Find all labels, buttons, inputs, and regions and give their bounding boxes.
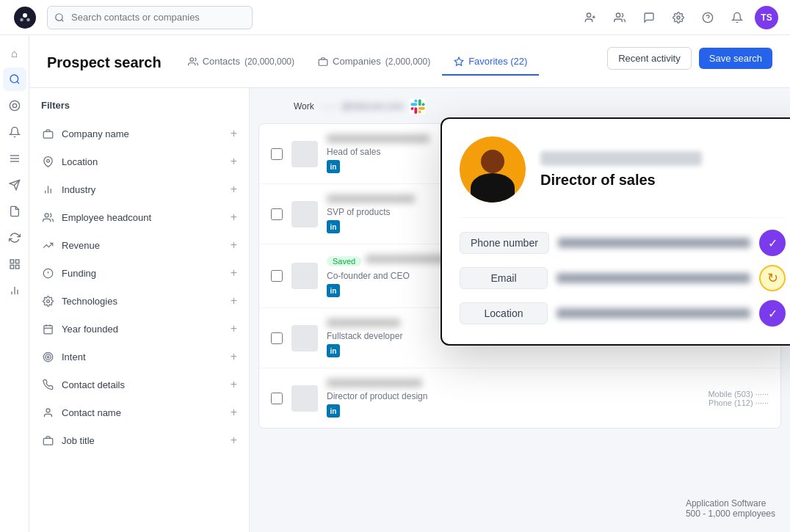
linkedin-icon[interactable]: in bbox=[327, 284, 340, 297]
filter-contact-details[interactable]: Contact details + bbox=[29, 371, 249, 398]
popup-name-blurred bbox=[540, 151, 702, 166]
employees-info: 500 - 1,000 employees bbox=[686, 509, 775, 519]
svg-point-1 bbox=[20, 18, 23, 21]
sidebar-icon-barchart[interactable] bbox=[3, 279, 26, 302]
company-info-bar: Application Software 500 - 1,000 employe… bbox=[686, 498, 775, 519]
linkedin-icon[interactable]: in bbox=[327, 220, 340, 233]
linkedin-icon[interactable]: in bbox=[327, 344, 340, 357]
filter-year-founded[interactable]: Year founded + bbox=[29, 315, 249, 343]
svg-rect-21 bbox=[15, 265, 19, 269]
filter-funding[interactable]: Funding + bbox=[29, 259, 249, 287]
sidebar-icon-bell[interactable] bbox=[3, 120, 26, 144]
avatar bbox=[291, 263, 318, 289]
svg-point-45 bbox=[46, 408, 50, 412]
filter-add-icon: + bbox=[231, 406, 237, 419]
save-search-button[interactable]: Save search bbox=[699, 48, 772, 69]
filter-industry[interactable]: Industry + bbox=[29, 175, 249, 203]
filter-contact-name[interactable]: Contact name + bbox=[29, 398, 249, 426]
filter-add-icon: + bbox=[231, 155, 237, 168]
filter-location[interactable]: Location + bbox=[29, 147, 249, 175]
filter-intent[interactable]: Intent + bbox=[29, 343, 249, 371]
location-label: Location bbox=[460, 302, 548, 324]
popup-field-location: Location ✓ bbox=[460, 300, 786, 327]
filter-technologies[interactable]: Technologies + bbox=[29, 287, 249, 315]
headcount-icon bbox=[41, 212, 54, 223]
sidebar-icon-send[interactable] bbox=[3, 173, 26, 197]
filter-add-icon: + bbox=[231, 211, 237, 224]
svg-rect-28 bbox=[43, 131, 53, 138]
sidebar-icon-contacts[interactable] bbox=[3, 94, 26, 117]
slack-icon bbox=[410, 98, 426, 114]
settings-btn[interactable] bbox=[667, 6, 690, 29]
svg-rect-18 bbox=[10, 260, 14, 263]
tab-companies[interactable]: Companies (2,000,000) bbox=[306, 50, 442, 76]
building-icon bbox=[41, 128, 54, 139]
filter-company-name[interactable]: Company name + bbox=[29, 120, 249, 147]
filter-employee-headcount[interactable]: Employee headcount + bbox=[29, 203, 249, 231]
result-info: Director of product design in bbox=[327, 379, 699, 418]
filter-add-icon: + bbox=[231, 294, 237, 307]
filter-add-icon: + bbox=[231, 127, 237, 140]
tab-contacts[interactable]: Contacts (20,000,000) bbox=[176, 50, 306, 76]
users-btn[interactable] bbox=[608, 6, 631, 29]
email-blur: ········ @intercom.com bbox=[320, 101, 404, 112]
popup-fields: Phone number ✓ Email ↻ Location bbox=[460, 230, 786, 327]
company-meta: Mobile (503) ······ Phone (112) ······ bbox=[708, 390, 769, 407]
sidebar-icon-home[interactable]: ⌂ bbox=[3, 41, 26, 65]
svg-marker-27 bbox=[454, 57, 463, 65]
popup-overlay: Director of sales Phone number ✓ bbox=[396, 88, 790, 532]
filter-add-icon: + bbox=[231, 350, 237, 363]
popup-avatar bbox=[460, 136, 526, 203]
contact-title: Director of product design bbox=[327, 391, 699, 401]
sidebar-icon-page[interactable] bbox=[3, 200, 26, 223]
add-contact-btn[interactable] bbox=[579, 6, 602, 29]
linkedin-icon[interactable]: in bbox=[327, 404, 340, 418]
industry-icon bbox=[41, 184, 54, 195]
work-label: Work bbox=[294, 101, 314, 112]
avatar bbox=[291, 325, 318, 351]
notifications-btn[interactable] bbox=[725, 6, 749, 29]
page-title: Prospect search bbox=[47, 54, 162, 71]
popup-profile: Director of sales bbox=[460, 136, 786, 203]
sidebar-icon-grid[interactable] bbox=[3, 252, 26, 276]
email-label: Email bbox=[460, 267, 548, 289]
user-avatar[interactable]: TS bbox=[755, 6, 778, 29]
filter-add-icon: + bbox=[231, 378, 237, 391]
svg-point-37 bbox=[46, 299, 49, 302]
funding-icon bbox=[41, 268, 54, 279]
results-panel: Work ········ @intercom.com bbox=[250, 88, 790, 532]
row-checkbox[interactable] bbox=[271, 393, 283, 404]
filter-revenue[interactable]: Revenue + bbox=[29, 231, 249, 259]
table-row[interactable]: Director of product design in Mobile (50… bbox=[259, 368, 780, 428]
revenue-icon bbox=[41, 240, 54, 251]
sidebar-icon-list[interactable] bbox=[3, 147, 26, 170]
contact-popup[interactable]: Director of sales Phone number ✓ bbox=[441, 117, 790, 346]
sidebar-icon-refresh[interactable] bbox=[3, 226, 26, 249]
row-checkbox[interactable] bbox=[271, 270, 283, 282]
silhouette-body bbox=[471, 173, 515, 203]
chat-btn[interactable] bbox=[637, 6, 661, 29]
nav-icons: TS bbox=[579, 6, 778, 29]
svg-point-29 bbox=[46, 159, 49, 162]
row-checkbox[interactable] bbox=[271, 208, 283, 220]
phone-verified-icon: ✓ bbox=[759, 230, 786, 256]
help-btn[interactable] bbox=[696, 6, 720, 29]
recent-activity-button[interactable]: Recent activity bbox=[607, 47, 692, 70]
row-checkbox[interactable] bbox=[271, 148, 283, 160]
sidebar-icon-search[interactable] bbox=[3, 68, 26, 91]
linkedin-icon[interactable]: in bbox=[327, 160, 340, 173]
main-container: Prospect search Contacts (20,000,000) Co… bbox=[29, 35, 790, 532]
search-input[interactable] bbox=[47, 6, 253, 29]
svg-point-25 bbox=[190, 57, 194, 61]
email-syncing-icon: ↻ bbox=[759, 265, 786, 291]
popup-role: Director of sales bbox=[540, 172, 786, 189]
svg-point-12 bbox=[12, 103, 16, 107]
svg-point-2 bbox=[26, 18, 30, 21]
contact-name-blur bbox=[327, 194, 415, 203]
svg-point-0 bbox=[23, 13, 27, 18]
tab-favorites[interactable]: Favorites (22) bbox=[442, 50, 539, 76]
row-checkbox[interactable] bbox=[271, 332, 283, 344]
logo[interactable] bbox=[12, 4, 38, 31]
filter-job-title[interactable]: Job title + bbox=[29, 426, 249, 454]
popup-field-email: Email ↻ bbox=[460, 265, 786, 291]
